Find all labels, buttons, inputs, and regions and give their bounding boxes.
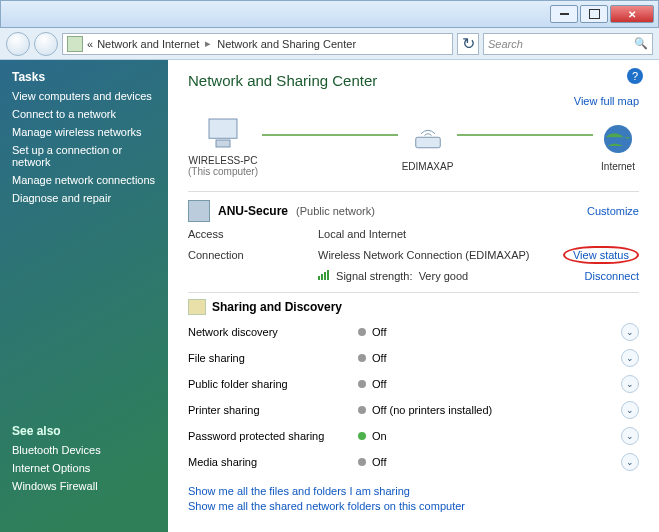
sidebar-item-connect-network[interactable]: Connect to a network xyxy=(12,108,156,120)
sidebar-item-manage-connections[interactable]: Manage network connections xyxy=(12,174,156,186)
search-icon: 🔍 xyxy=(634,37,648,50)
expand-button[interactable]: ⌄ xyxy=(621,349,639,367)
expand-button[interactable]: ⌄ xyxy=(621,375,639,393)
sharing-row: Media sharingOff⌄ xyxy=(188,449,639,475)
control-panel-icon xyxy=(67,36,83,52)
window-minimize-button[interactable] xyxy=(550,5,578,23)
status-dot-icon xyxy=(358,432,366,440)
chevron-right-icon: ▸ xyxy=(203,37,213,50)
breadcrumb[interactable]: « Network and Internet ▸ Network and Sha… xyxy=(62,33,453,55)
sidebar-item-manage-wireless[interactable]: Manage wireless networks xyxy=(12,126,156,138)
search-input[interactable]: Search 🔍 xyxy=(483,33,653,55)
expand-button[interactable]: ⌄ xyxy=(621,401,639,419)
sharing-row-value: Off xyxy=(372,456,386,468)
tasks-heading: Tasks xyxy=(12,70,156,84)
connection-value: Wireless Network Connection (EDIMAXAP) xyxy=(318,249,563,261)
map-node-ap-label: EDIMAXAP xyxy=(402,161,454,172)
sidebar-item-view-computers[interactable]: View computers and devices xyxy=(12,90,156,102)
expand-button[interactable]: ⌄ xyxy=(621,427,639,445)
map-node-pc-label: WIRELESS-PC xyxy=(188,155,258,166)
sharing-row-value: On xyxy=(372,430,387,442)
svg-rect-1 xyxy=(216,140,230,147)
status-dot-icon xyxy=(358,328,366,336)
help-icon[interactable]: ? xyxy=(627,68,643,84)
map-connection-line xyxy=(457,134,593,136)
map-node-this-pc: WIRELESS-PC (This computer) xyxy=(188,115,258,177)
svg-point-3 xyxy=(604,125,632,153)
network-type: (Public network) xyxy=(296,205,375,217)
connection-value-suffix: ) xyxy=(526,249,530,261)
computer-icon xyxy=(202,115,244,151)
svg-rect-2 xyxy=(415,137,440,148)
sharing-row-value: Off (no printers installed) xyxy=(372,404,492,416)
sharing-row-label: File sharing xyxy=(188,352,358,364)
view-full-map-link[interactable]: View full map xyxy=(188,95,639,107)
sidebar-item-diagnose[interactable]: Diagnose and repair xyxy=(12,192,156,204)
status-dot-icon xyxy=(358,406,366,414)
refresh-button[interactable]: ↻ xyxy=(457,33,479,55)
page-title: Network and Sharing Center xyxy=(188,72,639,89)
map-connection-line xyxy=(262,134,398,136)
map-node-internet-label: Internet xyxy=(597,161,639,172)
network-title-row: ANU-Secure (Public network) Customize xyxy=(188,191,639,222)
sharing-section: Sharing and Discovery Network discoveryO… xyxy=(188,292,639,475)
content-pane: ? Network and Sharing Center View full m… xyxy=(168,60,659,532)
sharing-icon xyxy=(188,299,206,315)
access-point-icon xyxy=(407,121,449,157)
sharing-row-value: Off xyxy=(372,352,386,364)
sidebar: Tasks View computers and devices Connect… xyxy=(0,60,168,532)
back-button[interactable] xyxy=(6,32,30,56)
access-value: Local and Internet xyxy=(318,228,639,240)
sharing-row: File sharingOff⌄ xyxy=(188,345,639,371)
signal-bars-icon xyxy=(318,270,329,280)
map-node-internet: Internet xyxy=(597,121,639,172)
window-titlebar xyxy=(0,0,659,28)
status-dot-icon xyxy=(358,380,366,388)
navigation-bar: « Network and Internet ▸ Network and Sha… xyxy=(0,28,659,60)
sidebar-item-windows-firewall[interactable]: Windows Firewall xyxy=(12,480,156,492)
sharing-row: Network discoveryOff⌄ xyxy=(188,319,639,345)
status-dot-icon xyxy=(358,458,366,466)
sharing-row: Public folder sharingOff⌄ xyxy=(188,371,639,397)
expand-button[interactable]: ⌄ xyxy=(621,323,639,341)
signal-label: Signal strength: xyxy=(336,270,412,282)
connection-value-ap: EDIMAXAP xyxy=(469,249,526,261)
sharing-row: Printer sharingOff (no printers installe… xyxy=(188,397,639,423)
map-node-pc-sub: (This computer) xyxy=(188,166,258,177)
window-close-button[interactable] xyxy=(610,5,654,23)
customize-link[interactable]: Customize xyxy=(587,205,639,217)
forward-button[interactable] xyxy=(34,32,58,56)
breadcrumb-level-2[interactable]: Network and Sharing Center xyxy=(217,38,356,50)
network-name: ANU-Secure xyxy=(218,204,288,218)
window-maximize-button[interactable] xyxy=(580,5,608,23)
expand-button[interactable]: ⌄ xyxy=(621,453,639,471)
connection-label: Connection xyxy=(188,249,318,261)
breadcrumb-level-1[interactable]: Network and Internet xyxy=(97,38,199,50)
sharing-row: Password protected sharingOn⌄ xyxy=(188,423,639,449)
view-status-link[interactable]: View status xyxy=(573,249,629,261)
signal-strength: Signal strength: Very good xyxy=(318,270,585,282)
map-node-ap: EDIMAXAP xyxy=(402,121,454,172)
signal-value: Very good xyxy=(419,270,469,282)
sharing-row-label: Password protected sharing xyxy=(188,430,358,442)
status-dot-icon xyxy=(358,354,366,362)
sharing-row-value: Off xyxy=(372,378,386,390)
sidebar-item-setup-connection[interactable]: Set up a connection or network xyxy=(12,144,156,168)
breadcrumb-prefix: « xyxy=(87,38,93,50)
sharing-row-value: Off xyxy=(372,326,386,338)
disconnect-link[interactable]: Disconnect xyxy=(585,270,639,282)
show-folders-link[interactable]: Show me all the shared network folders o… xyxy=(188,500,639,512)
globe-icon xyxy=(597,121,639,157)
sidebar-item-bluetooth[interactable]: Bluetooth Devices xyxy=(12,444,156,456)
search-placeholder: Search xyxy=(488,38,630,50)
network-map: WIRELESS-PC (This computer) EDIMAXAP Int… xyxy=(188,115,639,177)
connection-value-prefix: Wireless Network Connection ( xyxy=(318,249,469,261)
sidebar-item-internet-options[interactable]: Internet Options xyxy=(12,462,156,474)
sharing-row-label: Network discovery xyxy=(188,326,358,338)
show-files-link[interactable]: Show me all the files and folders I am s… xyxy=(188,485,639,497)
access-label: Access xyxy=(188,228,318,240)
svg-rect-0 xyxy=(209,119,237,138)
view-status-highlight: View status xyxy=(563,246,639,264)
sharing-row-label: Public folder sharing xyxy=(188,378,358,390)
sharing-heading: Sharing and Discovery xyxy=(212,300,342,314)
